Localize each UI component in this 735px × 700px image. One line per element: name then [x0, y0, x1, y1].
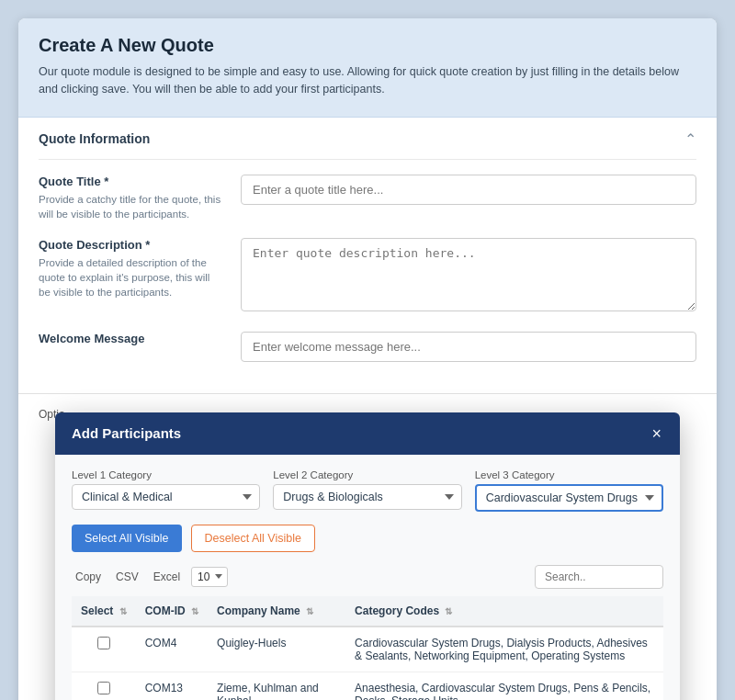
welcome-message-label-col: Welcome Message [39, 332, 222, 349]
welcome-message-input[interactable] [241, 332, 696, 362]
company-sort-icon: ⇅ [306, 606, 313, 616]
row-category-codes: Anaesthesia, Cardiovascular System Drugs… [345, 672, 663, 700]
row-com-id: COM13 [136, 672, 208, 700]
quote-description-input[interactable] [241, 238, 696, 311]
quote-title-label-col: Quote Title * Provide a catchy title for… [39, 175, 222, 221]
level3-filter-select[interactable]: Cardiovascular System Drugs Antibiotics … [475, 484, 663, 512]
table-search-input[interactable] [535, 565, 663, 589]
row-checkbox-1[interactable] [97, 682, 110, 694]
action-buttons: Select All Visible Deselect All Visible [72, 525, 663, 552]
level1-filter-group: Level 1 Category Clinical & Medical Tech… [72, 469, 260, 512]
comid-sort-icon: ⇅ [191, 606, 198, 616]
select-all-visible-button[interactable]: Select All Visible [72, 525, 182, 552]
row-checkbox-0[interactable] [97, 637, 110, 649]
row-com-id: COM4 [136, 627, 208, 672]
table-header-row: Select ⇅ COM-ID ⇅ Company Name ⇅ [72, 596, 663, 627]
excel-button[interactable]: Excel [150, 569, 184, 585]
chevron-up-icon: ⌃ [684, 130, 696, 148]
level3-filter-group: Level 3 Category Cardiovascular System D… [475, 469, 663, 512]
section-header: Quote Information ⌃ [39, 118, 696, 160]
quote-title-input-col [241, 175, 696, 205]
page-description: Our quote module is designed to be simpl… [39, 63, 696, 98]
quote-title-hint: Provide a catchy title for the quote, th… [39, 192, 222, 221]
welcome-message-row: Welcome Message [39, 332, 696, 362]
select-sort-icon: ⇅ [119, 606, 127, 616]
table-toolbar: Copy CSV Excel 10 25 50 [72, 565, 663, 589]
add-participants-modal: Add Participants × Level 1 Category Clin… [55, 412, 680, 700]
quote-description-label: Quote Description * [39, 238, 222, 252]
category-sort-icon: ⇅ [445, 606, 452, 616]
level2-filter-group: Level 2 Category Drugs & Biologicals Med… [273, 469, 461, 512]
modal-container: Optio... Add Participants × Level 1 Cate… [18, 394, 717, 700]
th-category-codes: Category Codes ⇅ [345, 596, 663, 627]
header-section: Create A New Quote Our quote module is d… [18, 18, 717, 118]
row-company-name: Quigley-Huels [208, 627, 345, 672]
modal-header: Add Participants × [55, 412, 680, 455]
quote-title-input[interactable] [241, 175, 696, 205]
level2-filter-select[interactable]: Drugs & Biologicals Medical Devices Serv… [273, 484, 461, 510]
table-toolbar-left: Copy CSV Excel 10 25 50 [72, 567, 228, 587]
section-title: Quote Information [39, 131, 150, 146]
level3-filter-label: Level 3 Category [475, 469, 663, 480]
table-row: COM13 Zieme, Kuhlman and Kuphal Anaesthe… [72, 672, 663, 700]
row-checkbox-cell [72, 672, 136, 700]
quote-description-label-col: Quote Description * Provide a detailed d… [39, 238, 222, 299]
csv-button[interactable]: CSV [112, 569, 142, 585]
quote-title-label: Quote Title * [39, 175, 222, 188]
level2-filter-label: Level 2 Category [273, 469, 461, 480]
participants-table: Select ⇅ COM-ID ⇅ Company Name ⇅ [72, 596, 663, 700]
th-company-name: Company Name ⇅ [208, 596, 345, 627]
table-toolbar-right [535, 565, 663, 589]
level1-filter-select[interactable]: Clinical & Medical Technology Finance [72, 484, 260, 510]
welcome-message-input-col [241, 332, 696, 362]
copy-button[interactable]: Copy [72, 569, 105, 585]
page-title: Create A New Quote [39, 35, 696, 56]
th-com-id: COM-ID ⇅ [136, 596, 208, 627]
page-wrapper: Create A New Quote Our quote module is d… [18, 18, 717, 700]
row-company-name: Zieme, Kuhlman and Kuphal [208, 672, 345, 700]
th-select: Select ⇅ [72, 596, 136, 627]
quote-description-row: Quote Description * Provide a detailed d… [39, 238, 696, 315]
deselect-all-visible-button[interactable]: Deselect All Visible [191, 525, 315, 552]
filters-row: Level 1 Category Clinical & Medical Tech… [72, 469, 663, 512]
modal-body: Level 1 Category Clinical & Medical Tech… [55, 455, 680, 700]
quote-info-section: Quote Information ⌃ Quote Title * Provid… [18, 118, 717, 394]
level1-filter-label: Level 1 Category [72, 469, 260, 480]
quote-title-row: Quote Title * Provide a catchy title for… [39, 175, 696, 221]
quote-description-hint: Provide a detailed description of the qu… [39, 255, 222, 299]
row-checkbox-cell [72, 627, 136, 672]
table-row: COM4 Quigley-Huels Cardiovascular System… [72, 627, 663, 672]
welcome-message-label: Welcome Message [39, 332, 222, 345]
modal-close-button[interactable]: × [650, 425, 663, 442]
modal-title: Add Participants [72, 425, 181, 441]
page-size-select[interactable]: 10 25 50 [191, 567, 228, 587]
quote-description-input-col [241, 238, 696, 315]
row-category-codes: Cardiovascular System Drugs, Dialysis Pr… [345, 627, 663, 672]
